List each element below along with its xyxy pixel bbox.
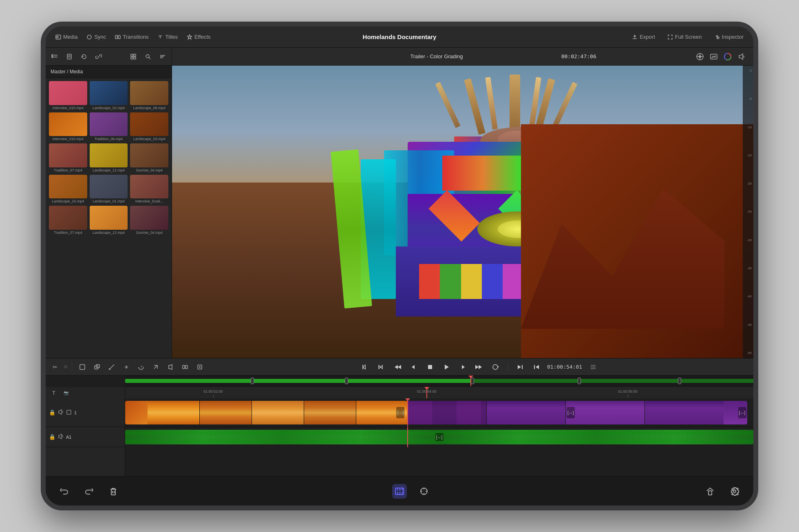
camera-button[interactable]: 📷 <box>61 388 71 398</box>
redo-button[interactable] <box>82 484 96 499</box>
refresh-button[interactable] <box>78 51 90 62</box>
svg-rect-32 <box>183 365 185 369</box>
media-item[interactable]: Tradition_06.mp4 <box>90 112 128 141</box>
media-item[interactable]: Landscape_06.mp4 <box>130 81 168 110</box>
fullscreen-button[interactable]: Full Screen <box>664 32 705 42</box>
track1-controls: 🔒 1 <box>46 398 125 427</box>
color-wheel-button[interactable] <box>722 51 733 62</box>
a1-mute-button[interactable] <box>58 433 64 440</box>
view-list-button[interactable] <box>49 51 60 62</box>
preview-area: Trailer - Color Grading 00:02:47:06 <box>172 48 753 358</box>
svg-rect-9 <box>67 54 71 59</box>
media-item[interactable]: Landscape_24.mp4 <box>49 175 87 204</box>
timeline-overview-bar <box>125 376 753 387</box>
svg-rect-49 <box>402 492 403 495</box>
track1-expand-button[interactable] <box>66 409 72 416</box>
tracks-content-col: [↔] <box>125 398 753 476</box>
svg-rect-41 <box>67 410 71 414</box>
insert-button[interactable] <box>194 361 206 373</box>
svg-rect-42 <box>111 489 115 495</box>
sort-button[interactable] <box>157 51 168 62</box>
play-button[interactable] <box>441 361 452 373</box>
to-end-button[interactable] <box>514 361 526 373</box>
to-start-button[interactable] <box>531 361 542 373</box>
media-item[interactable]: Sunrise_04.mp4 <box>130 143 168 172</box>
main-area: Master / Media Interview_010.mp4Landscap… <box>46 48 753 358</box>
blade-tool-button[interactable] <box>106 361 118 373</box>
prev-frame-button[interactable] <box>375 361 387 373</box>
inspector-button[interactable]: Inspector <box>711 32 747 42</box>
cut-tool-button[interactable]: ✂ <box>49 361 61 373</box>
svg-rect-45 <box>400 488 400 490</box>
media-button[interactable]: Media <box>52 32 81 42</box>
color-board-button[interactable] <box>695 51 705 62</box>
lock-button[interactable]: 🔒 <box>49 409 55 415</box>
view-document-button[interactable] <box>64 51 75 62</box>
svg-rect-29 <box>80 365 85 369</box>
ipad-frame: Media Sync Transitions Titles Effects <box>41 22 758 510</box>
position-tool-button[interactable] <box>150 361 162 373</box>
home-edit-button[interactable] <box>392 484 407 499</box>
dock-left <box>57 484 121 499</box>
effects-button[interactable]: Effects <box>183 32 214 42</box>
sync-button[interactable]: Sync <box>83 32 109 42</box>
rewind-button[interactable] <box>392 361 403 373</box>
preview-subtitle: Trailer - Color Grading <box>411 53 463 59</box>
loop-button[interactable] <box>490 361 501 373</box>
a1-lock-button[interactable]: 🔒 <box>49 434 55 440</box>
svg-rect-35 <box>428 365 432 369</box>
svg-point-52 <box>733 490 736 492</box>
export-button[interactable]: Export <box>629 32 658 42</box>
video-track-1: [↔] <box>125 398 753 427</box>
settings-button[interactable] <box>727 484 742 499</box>
audio-tool-button[interactable] <box>164 361 177 373</box>
media-item[interactable]: Interview_Dusk... <box>130 175 168 204</box>
svg-rect-3 <box>118 35 120 39</box>
project-title: Homelands Documentary <box>363 33 437 40</box>
link-button[interactable] <box>93 51 104 62</box>
grid-view-button[interactable] <box>128 51 139 62</box>
media-item[interactable]: Landscape_02.mp4 <box>90 81 128 110</box>
effects-dock-button[interactable] <box>417 484 431 499</box>
tracks-wrapper: 🔒 1 🔒 <box>46 398 753 476</box>
media-item[interactable]: Landscape_12.mp4 <box>90 143 128 172</box>
media-item[interactable]: Interview_010.mp4 <box>49 81 87 110</box>
media-item[interactable]: Landscape_12.mp4 <box>90 206 128 235</box>
svg-rect-47 <box>397 492 398 495</box>
speed-tool-button[interactable] <box>135 361 147 373</box>
delete-button[interactable] <box>106 484 121 499</box>
step-forward-button[interactable] <box>457 361 468 373</box>
media-item[interactable]: Landscape_03.mp4 <box>130 112 168 141</box>
media-item[interactable]: Tradition_07.mp4 <box>49 206 87 235</box>
media-item[interactable]: Landscape_01.mp4 <box>90 175 128 204</box>
fast-forward-button[interactable] <box>473 361 485 373</box>
video-clip-1[interactable]: [↔] <box>125 401 408 424</box>
volume-button[interactable] <box>736 51 747 62</box>
timeline-playhead-ruler <box>426 387 427 398</box>
in-point-button[interactable] <box>359 361 371 373</box>
media-item[interactable]: Sunrise_04.mp4 <box>130 206 168 235</box>
step-back-button[interactable] <box>408 361 419 373</box>
dock-right <box>703 484 742 499</box>
transition-tool-button[interactable] <box>179 361 191 373</box>
svg-rect-5 <box>52 55 53 56</box>
search-button[interactable] <box>142 51 154 62</box>
mute-button[interactable] <box>58 409 64 416</box>
preview-timecode: 00:02:47:06 <box>561 53 596 59</box>
scopes-button[interactable] <box>709 51 719 62</box>
titles-button[interactable]: Titles <box>154 32 181 42</box>
media-item[interactable]: Interview_010.mp4 <box>49 112 87 141</box>
media-item[interactable]: Tradition_07.mp4 <box>49 143 87 172</box>
pencil-tool-button[interactable]: T <box>49 388 59 398</box>
undo-button[interactable] <box>57 484 72 499</box>
home-button[interactable] <box>703 484 717 499</box>
zoom-button[interactable] <box>91 361 103 373</box>
video-clip-2[interactable]: [↔] [↔] <box>408 401 747 424</box>
timeline-settings-button[interactable] <box>587 361 599 373</box>
transitions-button[interactable]: Transitions <box>112 32 152 42</box>
resize-tool-button[interactable] <box>120 361 132 373</box>
audio-waveform[interactable]: [↔] <box>125 430 753 444</box>
audio-track-a1: [↔] <box>125 427 753 447</box>
stop-button[interactable] <box>424 361 436 373</box>
select-tool-button[interactable] <box>76 361 88 373</box>
